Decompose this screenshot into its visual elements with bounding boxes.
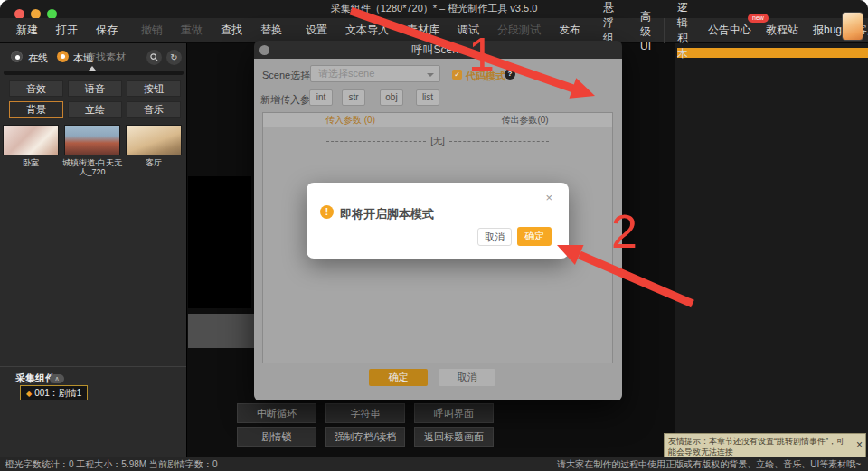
announcement-button[interactable]: 公告中心 [701, 23, 759, 38]
text-import-button[interactable]: 文本导入 [336, 23, 398, 38]
collapsed-panel-bar[interactable]: › [677, 48, 868, 58]
tutorial-button[interactable]: new 教程站 [759, 23, 806, 38]
asset-sidebar: 在线 本地 ↻ 音效 语音 按钮 背景 立绘 音乐 卧室 城镇街道-白天无人_7… [0, 43, 187, 457]
category-background[interactable]: 背景 [9, 101, 63, 118]
warning-icon: ! [320, 205, 334, 219]
command-break-loop[interactable]: 中断循环 [237, 403, 316, 423]
asset-label: 城镇街道-白天无人_720 [62, 158, 122, 176]
param-type-int[interactable]: int [309, 89, 333, 106]
dialog-title: 呼叫Scene [254, 41, 622, 59]
status-bar: 橙光字数统计：0 工程大小：5.98M 当前剧情字数：0 请大家在制作的过程中使… [0, 457, 868, 471]
dialog-close-button[interactable] [259, 45, 269, 55]
preview-area [188, 176, 251, 308]
code-mode-label: 代码模式 [466, 70, 505, 83]
open-button[interactable]: 打开 [47, 23, 87, 38]
category-voice[interactable]: 语音 [68, 80, 122, 97]
slider-pointer-icon[interactable] [89, 66, 96, 71]
modal-cancel-button[interactable]: 取消 [477, 228, 512, 246]
diamond-icon: ◆ [26, 390, 32, 398]
asset-thumb-street[interactable]: 城镇街道-白天无人_720 [62, 125, 122, 176]
collapse-chevron-icon[interactable]: ∧ [50, 374, 64, 383]
refresh-button[interactable]: ↻ [166, 50, 182, 65]
window-titlebar: 采集组件（1280*720）* – 橙光制作工具 v3.5.0 [0, 0, 868, 18]
scene-select-dropdown[interactable]: 请选择scene [310, 65, 440, 82]
advanced-ui-label: 高级UI [640, 9, 651, 52]
new-button[interactable]: 新建 [7, 23, 47, 38]
asset-label: 客厅 [124, 158, 184, 167]
local-radio[interactable] [57, 51, 69, 62]
refresh-icon: ↻ [170, 52, 177, 62]
asset-size-slider[interactable] [4, 71, 184, 75]
find-button[interactable]: 查找 [212, 23, 251, 38]
dialog-confirm-button[interactable]: 确定 [369, 369, 428, 386]
modal-close-icon[interactable]: × [545, 192, 552, 203]
settings-button[interactable]: 设置 [297, 23, 336, 38]
category-portrait[interactable]: 立绘 [68, 101, 122, 118]
scene-select-placeholder: 请选择scene [318, 68, 374, 79]
dialog-cancel-button[interactable]: 取消 [439, 369, 495, 386]
right-panel: › [675, 43, 868, 457]
search-icon [150, 53, 158, 61]
chapter-item-label: 001：剧情1 [34, 388, 81, 398]
command-call-ui[interactable]: 呼叫界面 [414, 403, 494, 423]
asset-image [126, 125, 182, 155]
asset-library-button[interactable]: 素材库 [398, 23, 448, 38]
advanced-ui-button[interactable]: 高级UI [627, 18, 664, 43]
command-return-title[interactable]: 返回标题画面 [414, 427, 494, 447]
copyright-notice: 请大家在制作的过程中使用正版或有版权的背景、立绘、音乐、UI等素材哦~ [557, 457, 861, 471]
asset-label: 卧室 [1, 158, 61, 167]
floating-component-button[interactable]: 悬浮组件 [590, 18, 627, 43]
window-title: 采集组件（1280*720）* – 橙光制作工具 v3.5.0 [0, 2, 868, 15]
tooltip-close-icon[interactable]: × [856, 440, 863, 449]
check-icon: ✓ [454, 71, 460, 79]
asset-image [64, 125, 120, 155]
divider [0, 366, 186, 367]
logic-blocks-label: 逻辑积木 [677, 0, 688, 61]
input-params-header[interactable]: 传入参数 (0) [263, 113, 438, 127]
command-plot-lock[interactable]: 剧情锁 [237, 427, 316, 447]
undo-button[interactable]: 撤销 [132, 23, 172, 38]
tutorial-label: 教程站 [766, 24, 798, 36]
publish-button[interactable]: 发布 [550, 23, 590, 38]
segment-test-button[interactable]: 分段测试 [488, 23, 550, 38]
modal-message: 即将开启脚本模式 [340, 206, 434, 222]
param-type-list[interactable]: list [416, 89, 439, 106]
asset-thumb-bedroom[interactable]: 卧室 [1, 125, 61, 167]
output-params-header[interactable]: 传出参数(0) [438, 113, 612, 127]
new-badge: new [748, 14, 769, 23]
asset-thumb-livingroom[interactable]: 客厅 [124, 125, 184, 167]
replace-button[interactable]: 替换 [251, 23, 291, 38]
save-button[interactable]: 保存 [87, 23, 127, 38]
modal-confirm-button[interactable]: 确定 [517, 227, 552, 246]
chevron-down-icon [427, 73, 434, 77]
category-sound[interactable]: 音效 [9, 80, 63, 97]
category-music[interactable]: 音乐 [127, 101, 181, 118]
dash-line [326, 141, 426, 142]
chapter-item[interactable]: ◆001：剧情1 [20, 385, 88, 400]
param-type-obj[interactable]: obj [380, 89, 403, 106]
code-mode-checkbox[interactable]: ✓ [452, 70, 462, 80]
command-force-save-load[interactable]: 强制存档/读档 [326, 427, 405, 447]
dash-line [449, 141, 549, 142]
friendly-tip-tooltip: 友情提示：本章节还没有设置“跳转剧情事件”，可能会导致无法连接 到其他章节，点击… [664, 433, 866, 458]
tooltip-line1: 友情提示：本章节还没有设置“跳转剧情事件”，可能会导致无法连接 [668, 436, 851, 457]
online-radio-label: 在线 [28, 52, 48, 65]
search-input[interactable] [86, 50, 142, 64]
main-toolbar: 新建 打开 保存 撤销 重做 查找 替换 设置 文本导入 素材库 调试 分段测试… [0, 18, 868, 43]
word-count-status: 橙光字数统计：0 工程大小：5.98M 当前剧情字数：0 [5, 457, 217, 471]
help-icon[interactable]: ? [505, 69, 515, 80]
command-string[interactable]: 字符串 [326, 403, 405, 423]
online-radio[interactable] [11, 51, 23, 62]
search-button[interactable] [146, 50, 162, 65]
asset-image [3, 125, 59, 155]
category-button[interactable]: 按钮 [127, 80, 181, 97]
logic-blocks-button[interactable]: 逻辑积木 [664, 18, 701, 43]
param-type-str[interactable]: str [342, 89, 365, 106]
debug-button[interactable]: 调试 [448, 23, 488, 38]
empty-placeholder: [无] [430, 135, 445, 147]
avatar[interactable] [842, 12, 863, 41]
redo-button[interactable]: 重做 [172, 23, 212, 38]
script-mode-modal: × ! 即将开启脚本模式 取消 确定 [307, 183, 569, 259]
app-window: 采集组件（1280*720）* – 橙光制作工具 v3.5.0 新建 打开 保存… [0, 0, 868, 471]
dialog-titlebar: 呼叫Scene [254, 41, 622, 59]
